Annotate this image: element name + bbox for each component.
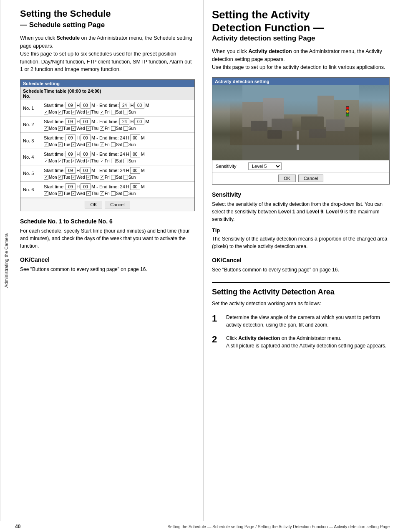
schedule-table: Schedule setting Schedule No. Time table… [20,79,195,211]
end-min-6[interactable] [130,183,140,190]
right-section-subtitle: Activity detection setting Page [212,34,390,43]
time-line-1: Start time: H M - End time: H M [44,102,192,109]
h-label2: H [130,103,134,108]
m-label2: M [145,119,149,124]
wed-label: Wed [76,110,85,114]
detection-area-intro: Set the activity detection working area … [212,300,390,307]
page-number: 40 [15,524,20,529]
cb-wed-1[interactable]: Wed [71,110,85,114]
footer-text: Setting the Schedule — Schedule setting … [167,524,390,529]
fri-label: Fri [105,110,110,114]
svg-point-15 [346,107,349,109]
schedule-ok-button[interactable]: OK [85,201,102,208]
cb-tue-1[interactable]: Tue [58,110,70,114]
schedule-row-2: No. 2 Start time: H M - End time: H [20,117,194,133]
activity-table: Activity detection setting [212,77,390,185]
start-min-3[interactable] [81,134,91,141]
start-label: Start time: [44,103,65,108]
m-label: M - End time: [91,103,118,108]
start-min-1[interactable] [81,102,91,109]
svg-point-17 [346,114,349,116]
cb-wed-1-box[interactable] [71,110,76,114]
schedule-row-4: No. 4 Start time: H M - End time: 24 H [20,149,194,165]
activity-table-header: Activity detection setting [212,78,389,85]
right-intro: When you click Activity detection on the… [212,48,390,71]
start-hour-5[interactable] [65,167,76,174]
schedule-row-1: No. 1 Start time: H M - End time: H [20,100,194,117]
row-no-5: No. 5 [20,165,41,181]
start-min-6[interactable] [81,183,91,190]
cb-fri-1-box[interactable] [100,110,104,114]
svg-rect-6 [297,131,299,139]
end-min-2[interactable] [134,118,144,125]
cb-sun-1[interactable]: Sun [123,110,136,114]
svg-rect-14 [346,106,349,117]
end-min-4[interactable] [130,151,140,157]
traffic-image-svg [212,85,389,160]
schedule-row-6: No. 6 Start time: H M - End time: 24 H [20,182,194,198]
svg-rect-12 [267,130,282,139]
days-line-6: Mon Tue Wed Thu Fri Sat Sun [44,191,192,196]
tip-title: Tip [212,227,390,233]
days-line-3: Mon Tue Wed Thu Fri Sat Sun [44,142,192,147]
end-min-3[interactable] [130,134,140,141]
activity-cancel-button[interactable]: Cancel [298,175,323,182]
left-intro-1: When you click Schedule on the Administr… [20,34,195,73]
activity-ok-button[interactable]: OK [278,175,296,182]
start-hour-4[interactable] [65,151,76,157]
sensitivity-row: Sensitivity Level 5 Level 1 Level 2 Leve… [212,160,389,172]
svg-rect-4 [334,100,359,135]
svg-rect-10 [301,117,324,130]
start-min-4[interactable] [81,151,91,157]
end-hour-2[interactable] [119,118,129,125]
row-no-1: No. 1 [20,100,41,116]
sat-label: Sat [116,110,122,114]
cb-thu-1[interactable]: Thu [86,110,98,114]
time-line-6: Start time: H M - End time: 24 H M [44,183,192,190]
right-column: Setting the Activity Detection Function … [204,0,398,521]
cb-mon-1[interactable]: Mon [44,110,57,114]
days-line-4: Mon Tue Wed Thu Fri Sat Sun [44,159,192,163]
cb-fri-1[interactable]: Fri [100,110,110,114]
start-min-2[interactable] [81,118,91,125]
end-min-5[interactable] [130,167,140,174]
step-1-number: 1 [212,314,222,324]
content-area: Setting the Schedule — Schedule setting … [12,0,398,521]
step-1-text: Determine the view angle of the camera a… [226,314,390,329]
row-content-2: Start time: H M - End time: H M [41,117,194,132]
start-min-5[interactable] [81,167,91,174]
end-min-1[interactable] [134,102,144,109]
svg-rect-11 [326,119,345,131]
step-2: 2 Click Activity detection on the Admini… [212,334,390,350]
cb-mon-1-box[interactable] [44,110,48,114]
svg-rect-9 [272,119,292,131]
m-label2: M [145,103,149,108]
start-hour-3[interactable] [65,134,76,141]
cb-thu-1-box[interactable] [86,110,91,114]
cb-tue-1-box[interactable] [58,110,63,114]
cb-sat-1-box[interactable] [111,110,116,114]
start-hour-6[interactable] [65,183,76,190]
days-line-2: Mon Tue Wed Thu Fri Sat Sun [44,126,192,131]
cb-sun-1-box[interactable] [123,110,128,114]
svg-rect-1 [242,102,267,135]
detection-area-title: Setting the Activity Detection Area [212,288,390,296]
start-hour-1[interactable] [65,102,76,109]
time-line-3: Start time: H M - End time: 24 H M [44,134,192,141]
h-label: H [76,119,80,124]
sidebar-lines [7,0,12,521]
schedule-no-text: For each schedule, specify Start time (h… [20,227,195,250]
sensitivity-select[interactable]: Level 5 Level 1 Level 2 Level 3 Level 4 … [248,162,282,170]
right-ok-cancel-text: See "Buttons common to every setting pag… [212,266,390,274]
start-hour-2[interactable] [65,118,76,125]
camera-image [212,85,389,160]
section-divider [212,282,390,283]
tip-text: The Sensitivity of the activity detectio… [212,235,390,250]
schedule-no-title: Schedule No. 1 to Schedule No. 6 [20,218,195,225]
schedule-cancel-button[interactable]: Cancel [105,201,130,208]
thu-label: Thu [91,110,98,114]
end-hour-1[interactable] [119,102,129,109]
start-label: Start time: [44,119,65,124]
row-no-4: No. 4 [20,149,41,165]
cb-sat-1[interactable]: Sat [111,110,122,114]
